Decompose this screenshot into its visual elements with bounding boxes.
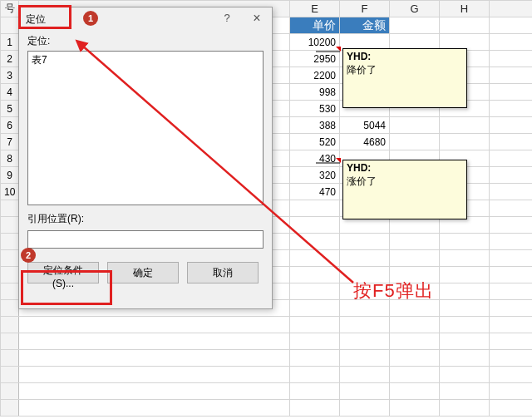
col-header-H[interactable]: H (440, 1, 490, 17)
help-button[interactable]: ? (212, 7, 242, 29)
cell[interactable] (490, 200, 533, 217)
row-header[interactable] (1, 250, 19, 267)
cell[interactable] (290, 367, 340, 383)
cancel-button[interactable]: 取消 (187, 262, 259, 283)
cell[interactable] (19, 367, 290, 383)
cell[interactable] (19, 350, 290, 367)
row-header[interactable]: 5 (1, 101, 19, 117)
row-header[interactable]: 2 (1, 51, 19, 67)
cell[interactable] (490, 300, 533, 317)
cell[interactable] (390, 17, 440, 34)
cell[interactable] (490, 350, 533, 367)
cell[interactable] (290, 300, 340, 317)
row-header[interactable] (1, 383, 19, 400)
cell[interactable] (390, 317, 440, 333)
cell[interactable] (490, 134, 533, 150)
row-header[interactable] (1, 333, 19, 350)
cell-price[interactable]: 320 (290, 167, 340, 184)
cell-price[interactable]: 10200 (290, 34, 340, 51)
cell[interactable] (290, 200, 340, 217)
row-header[interactable]: 3 (1, 67, 19, 84)
cell[interactable] (490, 51, 533, 67)
cell-price[interactable]: 2950 (290, 51, 340, 67)
special-button[interactable]: 定位条件(S)... (27, 262, 99, 283)
cell[interactable] (440, 283, 490, 300)
cell[interactable] (390, 400, 440, 417)
row-header[interactable] (1, 350, 19, 367)
cell[interactable] (390, 350, 440, 367)
cell-price[interactable]: 520 (290, 134, 340, 150)
cell[interactable] (490, 400, 533, 417)
row-header[interactable]: 6 (1, 117, 19, 134)
cell[interactable] (490, 117, 533, 134)
cell[interactable] (290, 267, 340, 283)
cell[interactable] (19, 400, 290, 417)
cell[interactable] (340, 250, 390, 267)
cell[interactable] (440, 267, 490, 283)
row-header[interactable] (1, 317, 19, 333)
cell-price[interactable]: 530 (290, 101, 340, 117)
cell-price[interactable]: 430 (290, 150, 340, 167)
row-header[interactable] (1, 17, 19, 34)
cell-price[interactable]: 2200 (290, 67, 340, 84)
cell[interactable] (390, 383, 440, 400)
cell[interactable] (290, 234, 340, 250)
header-amount[interactable]: 金额 (340, 17, 390, 34)
cell[interactable] (290, 317, 340, 333)
cell[interactable] (490, 217, 533, 234)
cell[interactable] (290, 383, 340, 400)
row-header[interactable] (1, 234, 19, 250)
cell[interactable] (440, 117, 490, 134)
cell[interactable] (490, 17, 533, 34)
row-header[interactable] (1, 200, 19, 217)
list-item[interactable]: 表7 (32, 53, 259, 67)
row-header[interactable] (1, 283, 19, 300)
reference-input[interactable] (27, 230, 264, 249)
col-header-E[interactable]: E (290, 1, 340, 17)
cell[interactable] (490, 84, 533, 101)
row-header[interactable] (1, 217, 19, 234)
cell[interactable] (490, 234, 533, 250)
cell[interactable] (490, 101, 533, 117)
cell[interactable] (490, 283, 533, 300)
cell[interactable] (390, 134, 440, 150)
cell[interactable] (440, 300, 490, 317)
cell[interactable] (290, 283, 340, 300)
cell[interactable] (440, 17, 490, 34)
cell-amount[interactable]: 4680 (340, 134, 390, 150)
cell[interactable] (390, 367, 440, 383)
cell[interactable] (19, 317, 290, 333)
cell-price[interactable]: 388 (290, 117, 340, 134)
cell[interactable] (440, 250, 490, 267)
row-header[interactable] (1, 300, 19, 317)
ok-button[interactable]: 确定 (107, 262, 179, 283)
cell[interactable] (340, 400, 390, 417)
cell[interactable] (390, 250, 440, 267)
row-header[interactable] (1, 367, 19, 383)
cell[interactable] (340, 383, 390, 400)
cell[interactable] (490, 167, 533, 184)
cell[interactable] (440, 333, 490, 350)
cell[interactable] (490, 34, 533, 51)
cell[interactable] (440, 317, 490, 333)
cell[interactable] (490, 184, 533, 200)
cell-amount[interactable]: 5044 (340, 117, 390, 134)
corner-cell[interactable]: 号 (1, 1, 19, 17)
cell[interactable] (290, 250, 340, 267)
cell[interactable] (490, 250, 533, 267)
row-header[interactable]: 4 (1, 84, 19, 101)
row-header[interactable]: 9 (1, 167, 19, 184)
cell[interactable] (440, 134, 490, 150)
cell[interactable] (490, 67, 533, 84)
dialog-titlebar[interactable]: 定位 ? × (19, 7, 272, 31)
cell[interactable] (490, 317, 533, 333)
cell[interactable] (440, 400, 490, 417)
cell[interactable] (490, 367, 533, 383)
row-header[interactable]: 8 (1, 150, 19, 167)
cell[interactable] (290, 217, 340, 234)
cell[interactable] (490, 150, 533, 167)
col-header-F[interactable]: F (340, 1, 390, 17)
cell[interactable] (490, 333, 533, 350)
cell[interactable] (340, 367, 390, 383)
cell-price[interactable]: 998 (290, 84, 340, 101)
